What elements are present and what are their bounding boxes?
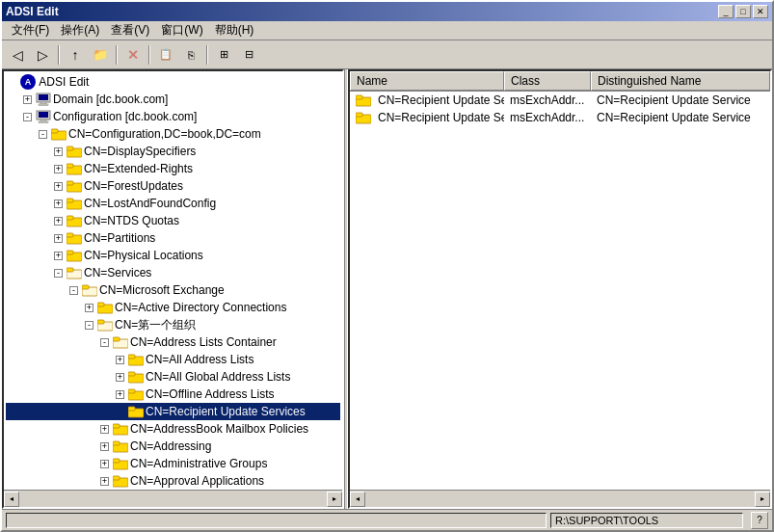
expand-icon[interactable]: + bbox=[100, 442, 109, 451]
tree-item-addressbook[interactable]: + CN=AddressBook Mailbox Policies bbox=[6, 420, 340, 438]
toolbar-sep-4 bbox=[206, 45, 208, 65]
toolbar-sep-3 bbox=[148, 45, 150, 65]
tree-item-addressing[interactable]: + CN=Addressing bbox=[6, 438, 340, 455]
tree-label: CN=第一个组织 bbox=[115, 317, 196, 333]
extra-button[interactable]: ⊟ bbox=[237, 43, 260, 66]
expand-icon[interactable]: + bbox=[54, 252, 63, 260]
tree-label: CN=All Address Lists bbox=[146, 353, 254, 366]
expand-icon[interactable]: + bbox=[116, 390, 124, 399]
main-content: A ADSI Edit + Domain [dc.book.com bbox=[2, 69, 772, 509]
expand-icon[interactable]: - bbox=[54, 269, 63, 278]
folder-button[interactable]: 📁 bbox=[89, 43, 112, 66]
tree-item-extended[interactable]: + CN=Extended-Rights bbox=[6, 160, 340, 177]
expand-icon[interactable]: + bbox=[100, 460, 109, 468]
list-scroll-right-btn[interactable]: ▸ bbox=[755, 492, 770, 507]
list-item-icon-1 bbox=[356, 93, 371, 107]
close-button[interactable]: ✕ bbox=[753, 5, 768, 18]
tree-item-administrative[interactable]: + CN=Administrative Groups bbox=[6, 455, 340, 472]
svg-rect-2 bbox=[40, 102, 46, 104]
expand-icon[interactable]: + bbox=[85, 304, 93, 312]
svg-rect-35 bbox=[128, 355, 135, 359]
tree-item-forest[interactable]: + CN=ForestUpdates bbox=[6, 177, 340, 195]
list-item[interactable]: CN=Recipient Update Ser... msExchAddr...… bbox=[350, 92, 770, 109]
svg-rect-61 bbox=[356, 95, 362, 99]
expand-icon[interactable]: - bbox=[23, 113, 32, 121]
expand-icon[interactable]: - bbox=[85, 321, 93, 330]
list-cell-dn-1: CN=Recipient Update Service bbox=[591, 93, 770, 108]
tree-label: CN=Extended-Rights bbox=[84, 162, 193, 175]
tree-item-approval[interactable]: + CN=Approval Applications bbox=[6, 472, 340, 490]
tree-item-ad-connections[interactable]: + CN=Active Directory Connections bbox=[6, 299, 340, 316]
folder-icon bbox=[67, 231, 82, 245]
col-header-name[interactable]: Name bbox=[350, 71, 504, 91]
tree-item-all-global[interactable]: + CN=All Global Address Lists bbox=[6, 368, 340, 386]
tree-item-partitions[interactable]: + CN=Partitions bbox=[6, 229, 340, 247]
svg-rect-17 bbox=[67, 199, 73, 202]
status-text bbox=[6, 513, 547, 528]
expand-icon[interactable]: + bbox=[116, 373, 124, 382]
expand-icon[interactable]: + bbox=[54, 147, 63, 156]
tree-item-address-lists[interactable]: - CN=Address Lists Container bbox=[6, 333, 340, 351]
expand-icon[interactable]: + bbox=[23, 95, 32, 104]
status-icon-1[interactable]: ? bbox=[751, 512, 768, 529]
back-button[interactable]: ◁ bbox=[6, 43, 29, 66]
tree-item-lost[interactable]: + CN=LostAndFoundConfig bbox=[6, 195, 340, 212]
menu-help[interactable]: 帮助(H) bbox=[209, 20, 260, 40]
folder-open-icon bbox=[97, 318, 113, 332]
new-window-button[interactable]: ⊞ bbox=[212, 43, 235, 66]
tree-item-all-address[interactable]: + CN=All Address Lists bbox=[6, 351, 340, 368]
folder-icon bbox=[67, 249, 82, 262]
expand-icon[interactable]: - bbox=[69, 286, 78, 295]
expand-icon[interactable]: + bbox=[54, 165, 63, 173]
scroll-right-btn[interactable]: ▸ bbox=[327, 492, 342, 507]
tree-item-first-org[interactable]: - CN=第一个组织 bbox=[6, 316, 340, 333]
list-scroll-track[interactable] bbox=[365, 492, 755, 507]
properties-button[interactable]: 📋 bbox=[154, 43, 177, 66]
tree-label: CN=Microsoft Exchange bbox=[99, 283, 225, 297]
minimize-button[interactable]: _ bbox=[718, 5, 734, 18]
tree-item-recipient-update[interactable]: CN=Recipient Update Services bbox=[6, 403, 340, 420]
menu-file[interactable]: 文件(F) bbox=[6, 20, 55, 40]
expand-icon[interactable]: - bbox=[39, 130, 47, 139]
no-expand-icon bbox=[8, 78, 16, 87]
list-item[interactable]: CN=Recipient Update Ser... msExchAddr...… bbox=[350, 109, 770, 126]
svg-rect-9 bbox=[51, 129, 58, 133]
copy-button[interactable]: ⎘ bbox=[179, 43, 202, 66]
expand-icon[interactable]: + bbox=[54, 182, 63, 191]
svg-rect-19 bbox=[67, 216, 73, 220]
tree-label: CN=Address Lists Container bbox=[130, 335, 277, 349]
delete-button[interactable]: ✕ bbox=[121, 43, 145, 66]
up-button[interactable]: ↑ bbox=[64, 43, 87, 66]
forward-button[interactable]: ▷ bbox=[31, 43, 54, 66]
scroll-left-btn[interactable]: ◂ bbox=[4, 492, 19, 507]
svg-rect-23 bbox=[67, 251, 73, 254]
tree-item-cn-config[interactable]: - CN=Configuration,DC=book,DC=com bbox=[6, 125, 340, 143]
scroll-track[interactable] bbox=[19, 492, 327, 507]
expand-icon[interactable]: + bbox=[116, 356, 124, 364]
maximize-button[interactable]: □ bbox=[735, 5, 751, 18]
tree-label: CN=Active Directory Connections bbox=[115, 301, 286, 314]
tree-item-offline[interactable]: + CN=Offline Address Lists bbox=[6, 386, 340, 403]
tree-item-ms-exchange[interactable]: - CN=Microsoft Exchange bbox=[6, 281, 340, 299]
tree-item-services[interactable]: - CN=Services bbox=[6, 264, 340, 281]
tree-item-physical[interactable]: + CN=Physical Locations bbox=[6, 247, 340, 264]
tree-item-configuration[interactable]: - Configuration [dc.book.com] bbox=[6, 108, 340, 125]
tree-item-domain[interactable]: + Domain [dc.book.com] bbox=[6, 91, 340, 108]
col-header-class[interactable]: Class bbox=[504, 71, 591, 91]
list-scroll-left-btn[interactable]: ◂ bbox=[350, 492, 365, 507]
status-bar: R:\SUPPORT\TOOLS ? bbox=[2, 509, 772, 530]
tree-item-adsi-edit[interactable]: A ADSI Edit bbox=[6, 73, 340, 91]
expand-icon[interactable]: - bbox=[100, 338, 109, 347]
folder-icon bbox=[113, 422, 128, 436]
col-header-distinguished[interactable]: Distinguished Name bbox=[591, 71, 770, 91]
tree-item-display[interactable]: + CN=DisplaySpecifiers bbox=[6, 143, 340, 160]
tree-item-ntds[interactable]: + CN=NTDS Quotas bbox=[6, 212, 340, 229]
menu-action[interactable]: 操作(A) bbox=[55, 20, 105, 40]
menu-window[interactable]: 窗口(W) bbox=[155, 20, 208, 40]
expand-icon[interactable]: + bbox=[100, 477, 109, 486]
expand-icon[interactable]: + bbox=[54, 234, 63, 243]
expand-icon[interactable]: + bbox=[54, 200, 63, 208]
menu-view[interactable]: 查看(V) bbox=[105, 20, 155, 40]
expand-icon[interactable]: + bbox=[100, 425, 109, 434]
expand-icon[interactable]: + bbox=[54, 217, 63, 226]
